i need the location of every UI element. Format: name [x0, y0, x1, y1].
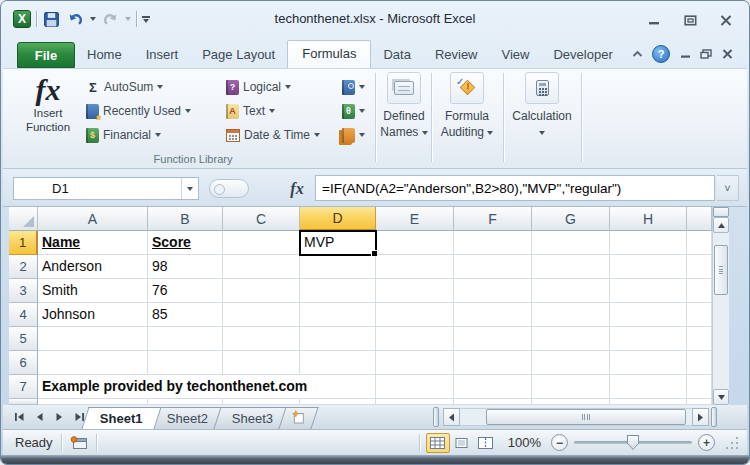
page-break-preview-button[interactable]	[474, 433, 498, 453]
column-header-a[interactable]: A	[38, 207, 148, 231]
cell-h3[interactable]	[610, 279, 687, 303]
cell-b4[interactable]: 85	[148, 303, 223, 327]
cell-h1[interactable]	[610, 231, 687, 255]
horizontal-scrollbar[interactable]	[443, 408, 709, 426]
cell-h5[interactable]	[610, 327, 687, 351]
row-header-1[interactable]: 1	[9, 231, 38, 255]
cell-c3[interactable]	[223, 279, 300, 303]
tab-review[interactable]: Review	[423, 42, 490, 68]
cell-g7[interactable]	[532, 375, 610, 399]
cell-f5[interactable]	[454, 327, 532, 351]
column-header-d[interactable]: D	[300, 207, 376, 231]
sheet-tab-sheet1[interactable]: Sheet1	[81, 407, 161, 429]
cell-e3[interactable]	[376, 279, 454, 303]
cell-g3[interactable]	[532, 279, 610, 303]
redo-button[interactable]	[101, 9, 120, 29]
tab-area-splitter[interactable]	[433, 407, 439, 427]
row-header-3[interactable]: 3	[9, 279, 38, 303]
excel-logo-icon[interactable]: X	[13, 10, 31, 28]
cell-d7[interactable]	[300, 375, 376, 399]
normal-view-button[interactable]	[426, 433, 450, 453]
cell-b6[interactable]	[148, 351, 223, 375]
tab-page-layout[interactable]: Page Layout	[190, 42, 287, 68]
column-header-b[interactable]: B	[148, 207, 223, 231]
cell-c4[interactable]	[223, 303, 300, 327]
tab-view[interactable]: View	[490, 42, 542, 68]
workbook-close-button[interactable]	[721, 49, 733, 60]
tab-file[interactable]: File	[17, 42, 75, 68]
column-header-c[interactable]: C	[223, 207, 300, 231]
financial-button[interactable]: $ Financial	[83, 123, 221, 147]
logical-button[interactable]: ? Logical	[223, 75, 335, 99]
cell-f3[interactable]	[454, 279, 532, 303]
cell-i1[interactable]	[687, 231, 712, 255]
cell-d2[interactable]	[300, 255, 376, 279]
selected-cell-d1[interactable]: MVP	[300, 231, 376, 255]
vertical-scrollbar-thumb[interactable]	[714, 245, 728, 295]
workbook-minimize-button[interactable]	[679, 49, 691, 60]
cell-h6[interactable]	[610, 351, 687, 375]
scroll-down-button[interactable]	[713, 389, 729, 405]
redo-dropdown-icon[interactable]	[125, 17, 131, 21]
row-header-5[interactable]: 5	[9, 327, 38, 351]
cell-g2[interactable]	[532, 255, 610, 279]
row-header-2[interactable]: 2	[9, 255, 38, 279]
column-header-f[interactable]: F	[454, 207, 532, 231]
cell-g6[interactable]	[532, 351, 610, 375]
column-header-h[interactable]: H	[610, 207, 687, 231]
cell-b1[interactable]: Score	[148, 231, 223, 255]
row-header-4[interactable]: 4	[9, 303, 38, 327]
cell-a2[interactable]: Anderson	[38, 255, 148, 279]
cell-e1[interactable]	[376, 231, 454, 255]
cell-i7[interactable]	[687, 375, 712, 399]
save-button[interactable]	[42, 9, 61, 29]
macro-record-button[interactable]	[70, 436, 88, 450]
cell-a4[interactable]: Johnson	[38, 303, 148, 327]
cell-e5[interactable]	[376, 327, 454, 351]
minimize-button[interactable]	[647, 14, 661, 26]
cell-f2[interactable]	[454, 255, 532, 279]
previous-sheet-button[interactable]	[31, 408, 48, 425]
cell-a5[interactable]	[38, 327, 148, 351]
cell-c6[interactable]	[223, 351, 300, 375]
cell-i5[interactable]	[687, 327, 712, 351]
horizontal-scrollbar-track[interactable]	[460, 408, 692, 426]
cell-f1[interactable]	[454, 231, 532, 255]
autosum-button[interactable]: Σ AutoSum	[83, 75, 221, 99]
lookup-reference-button[interactable]	[339, 75, 373, 99]
scroll-left-button[interactable]	[443, 408, 460, 426]
zoom-in-button[interactable]: +	[698, 434, 715, 451]
row-header-7[interactable]: 7	[9, 375, 38, 399]
zoom-slider-thumb[interactable]	[627, 435, 639, 450]
cell-a6[interactable]	[38, 351, 148, 375]
tab-data[interactable]: Data	[371, 42, 422, 68]
cell-a1[interactable]: Name	[38, 231, 148, 255]
cell-c5[interactable]	[223, 327, 300, 351]
close-button[interactable]	[719, 14, 733, 26]
select-all-corner[interactable]	[9, 207, 38, 231]
help-icon[interactable]: ?	[652, 45, 670, 63]
first-sheet-button[interactable]	[11, 408, 28, 425]
cell-h4[interactable]	[610, 303, 687, 327]
vertical-scrollbar[interactable]	[712, 207, 729, 405]
tab-insert[interactable]: Insert	[134, 42, 191, 68]
undo-dropdown-icon[interactable]	[90, 17, 96, 21]
cell-c1[interactable]	[223, 231, 300, 255]
name-box-dropdown[interactable]	[181, 178, 198, 199]
cell-a7[interactable]: Example provided by techonthenet.com	[38, 375, 148, 399]
more-functions-button[interactable]	[339, 123, 373, 147]
vertical-split-handle[interactable]	[713, 207, 729, 217]
zoom-level[interactable]: 100%	[508, 435, 541, 450]
insert-function-fx-button[interactable]: fx	[283, 177, 311, 200]
cell-d5[interactable]	[300, 327, 376, 351]
column-header-g[interactable]: G	[532, 207, 610, 231]
cell-b5[interactable]	[148, 327, 223, 351]
calculation-button[interactable]: Calculation	[505, 72, 579, 140]
formula-input[interactable]: =IF(AND(A2="Anderson",B2>80),"MVP","regu…	[315, 175, 715, 201]
restore-button[interactable]	[683, 14, 697, 26]
tab-developer[interactable]: Developer	[541, 42, 624, 68]
text-button[interactable]: A Text	[223, 99, 335, 123]
scroll-up-button[interactable]	[713, 217, 729, 233]
formula-auditing-button[interactable]: ! ✓ Formula Auditing	[433, 72, 501, 140]
cell-i6[interactable]	[687, 351, 712, 375]
